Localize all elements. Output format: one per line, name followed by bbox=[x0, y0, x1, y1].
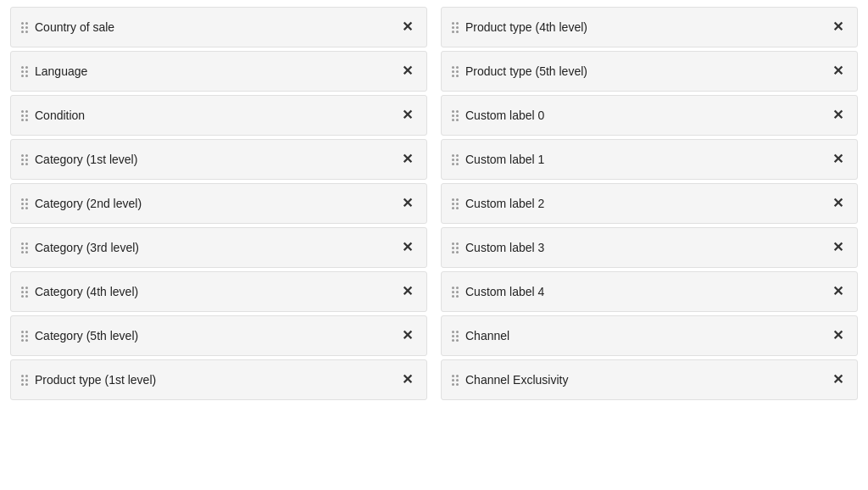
list-item-channel-exclusivity[interactable]: Channel Exclusivity✕ bbox=[441, 359, 858, 400]
drag-handle-icon[interactable] bbox=[452, 331, 459, 342]
drag-handle-icon[interactable] bbox=[21, 22, 28, 33]
list-item-category-3rd[interactable]: Category (3rd level)✕ bbox=[10, 227, 427, 268]
drag-handle-icon[interactable] bbox=[452, 22, 459, 33]
drag-handle-icon[interactable] bbox=[21, 331, 28, 342]
item-left: Custom label 2 bbox=[452, 197, 544, 210]
item-left: Custom label 3 bbox=[452, 241, 544, 254]
close-button-custom-label-1[interactable]: ✕ bbox=[829, 151, 847, 168]
close-button-channel[interactable]: ✕ bbox=[829, 327, 847, 344]
close-button-custom-label-3[interactable]: ✕ bbox=[829, 239, 847, 256]
list-item-product-type-5th[interactable]: Product type (5th level)✕ bbox=[441, 51, 858, 92]
item-label: Channel bbox=[465, 329, 509, 342]
list-item-product-type-1st[interactable]: Product type (1st level)✕ bbox=[10, 359, 427, 400]
close-icon: ✕ bbox=[832, 153, 843, 166]
close-button-custom-label-2[interactable]: ✕ bbox=[829, 195, 847, 212]
item-left: Custom label 1 bbox=[452, 153, 544, 166]
drag-handle-icon[interactable] bbox=[452, 375, 459, 386]
close-button-condition[interactable]: ✕ bbox=[398, 107, 416, 124]
list-item-custom-label-1[interactable]: Custom label 1✕ bbox=[441, 139, 858, 180]
close-icon: ✕ bbox=[402, 64, 413, 78]
item-left: Category (2nd level) bbox=[21, 197, 142, 210]
column-left: Country of sale✕Language✕Condition✕Categ… bbox=[10, 7, 427, 483]
drag-handle-icon[interactable] bbox=[21, 198, 28, 209]
close-button-product-type-1st[interactable]: ✕ bbox=[398, 371, 416, 388]
close-button-country-of-sale[interactable]: ✕ bbox=[398, 19, 416, 36]
list-item-country-of-sale[interactable]: Country of sale✕ bbox=[10, 7, 427, 47]
list-item-custom-label-0[interactable]: Custom label 0✕ bbox=[441, 95, 858, 136]
close-button-custom-label-4[interactable]: ✕ bbox=[829, 283, 847, 300]
close-button-custom-label-0[interactable]: ✕ bbox=[829, 107, 847, 124]
column-right: Product type (4th level)✕Product type (5… bbox=[441, 7, 858, 483]
item-label: Product type (4th level) bbox=[465, 20, 587, 34]
item-label: Condition bbox=[35, 109, 85, 122]
close-icon: ✕ bbox=[832, 64, 843, 78]
item-left: Category (5th level) bbox=[21, 329, 138, 342]
drag-handle-icon[interactable] bbox=[21, 66, 28, 77]
main-container: Country of sale✕Language✕Condition✕Categ… bbox=[0, 0, 868, 490]
list-item-category-5th[interactable]: Category (5th level)✕ bbox=[10, 315, 427, 356]
item-label: Product type (5th level) bbox=[465, 64, 587, 78]
close-button-category-4th[interactable]: ✕ bbox=[398, 283, 416, 300]
close-button-category-3rd[interactable]: ✕ bbox=[398, 239, 416, 256]
list-item-condition[interactable]: Condition✕ bbox=[10, 95, 427, 136]
close-icon: ✕ bbox=[402, 373, 413, 387]
close-icon: ✕ bbox=[832, 285, 843, 298]
close-button-product-type-5th[interactable]: ✕ bbox=[829, 63, 847, 80]
close-icon: ✕ bbox=[832, 20, 843, 34]
list-item-custom-label-3[interactable]: Custom label 3✕ bbox=[441, 227, 858, 268]
drag-handle-icon[interactable] bbox=[21, 154, 28, 165]
close-icon: ✕ bbox=[402, 329, 413, 342]
close-button-channel-exclusivity[interactable]: ✕ bbox=[829, 371, 847, 388]
item-left: Product type (5th level) bbox=[452, 64, 587, 78]
drag-handle-icon[interactable] bbox=[452, 66, 459, 77]
drag-handle-icon[interactable] bbox=[21, 287, 28, 298]
close-button-category-5th[interactable]: ✕ bbox=[398, 327, 416, 344]
item-left: Category (1st level) bbox=[21, 153, 137, 166]
drag-handle-icon[interactable] bbox=[21, 242, 28, 253]
drag-handle-icon[interactable] bbox=[452, 242, 459, 253]
close-button-product-type-4th[interactable]: ✕ bbox=[829, 19, 847, 36]
item-label: Category (4th level) bbox=[35, 285, 138, 298]
drag-handle-icon[interactable] bbox=[452, 287, 459, 298]
item-label: Channel Exclusivity bbox=[465, 373, 568, 387]
item-left: Custom label 4 bbox=[452, 285, 544, 298]
close-button-language[interactable]: ✕ bbox=[398, 63, 416, 80]
list-item-category-2nd[interactable]: Category (2nd level)✕ bbox=[10, 183, 427, 224]
close-icon: ✕ bbox=[402, 197, 413, 210]
item-label: Language bbox=[35, 64, 87, 78]
close-icon: ✕ bbox=[402, 20, 413, 34]
list-item-category-4th[interactable]: Category (4th level)✕ bbox=[10, 271, 427, 312]
list-item-channel[interactable]: Channel✕ bbox=[441, 315, 858, 356]
close-icon: ✕ bbox=[402, 241, 413, 254]
close-button-category-2nd[interactable]: ✕ bbox=[398, 195, 416, 212]
item-label: Product type (1st level) bbox=[35, 373, 156, 387]
item-label: Custom label 3 bbox=[465, 241, 544, 254]
drag-handle-icon[interactable] bbox=[452, 110, 459, 121]
item-left: Channel Exclusivity bbox=[452, 373, 568, 387]
list-item-category-1st[interactable]: Category (1st level)✕ bbox=[10, 139, 427, 180]
list-item-language[interactable]: Language✕ bbox=[10, 51, 427, 92]
list-item-product-type-4th[interactable]: Product type (4th level)✕ bbox=[441, 7, 858, 47]
item-left: Product type (1st level) bbox=[21, 373, 156, 387]
item-label: Category (5th level) bbox=[35, 329, 138, 342]
close-icon: ✕ bbox=[402, 285, 413, 298]
list-item-custom-label-2[interactable]: Custom label 2✕ bbox=[441, 183, 858, 224]
item-label: Custom label 4 bbox=[465, 285, 544, 298]
drag-handle-icon[interactable] bbox=[21, 110, 28, 121]
drag-handle-icon[interactable] bbox=[452, 198, 459, 209]
drag-handle-icon[interactable] bbox=[21, 375, 28, 386]
item-left: Category (3rd level) bbox=[21, 241, 139, 254]
list-item-custom-label-4[interactable]: Custom label 4✕ bbox=[441, 271, 858, 312]
item-label: Category (1st level) bbox=[35, 153, 137, 166]
close-icon: ✕ bbox=[832, 373, 843, 387]
item-label: Custom label 0 bbox=[465, 109, 544, 122]
drag-handle-icon[interactable] bbox=[452, 154, 459, 165]
close-button-category-1st[interactable]: ✕ bbox=[398, 151, 416, 168]
close-icon: ✕ bbox=[402, 153, 413, 166]
close-icon: ✕ bbox=[832, 329, 843, 342]
close-icon: ✕ bbox=[832, 241, 843, 254]
item-label: Category (2nd level) bbox=[35, 197, 142, 210]
item-label: Custom label 2 bbox=[465, 197, 544, 210]
item-left: Country of sale bbox=[21, 20, 114, 34]
item-left: Condition bbox=[21, 109, 85, 122]
